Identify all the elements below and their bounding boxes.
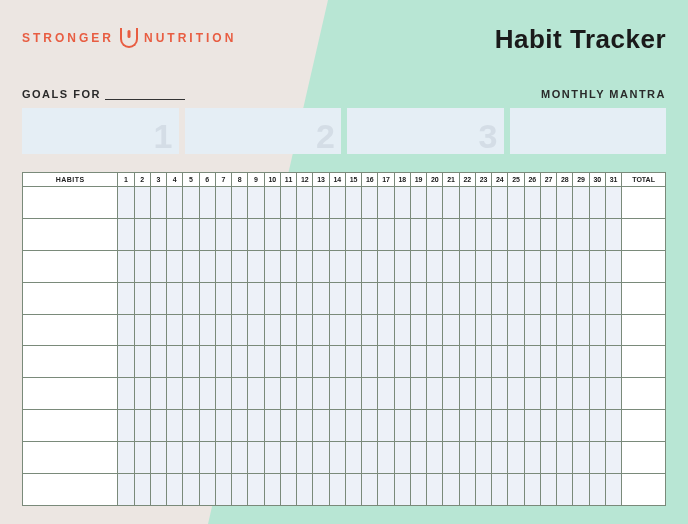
day-cell[interactable] <box>167 442 183 474</box>
day-cell[interactable] <box>589 474 605 506</box>
day-cell[interactable] <box>475 187 491 219</box>
day-cell[interactable] <box>329 250 345 282</box>
day-cell[interactable] <box>345 410 361 442</box>
day-cell[interactable] <box>427 314 443 346</box>
day-cell[interactable] <box>199 378 215 410</box>
day-cell[interactable] <box>167 218 183 250</box>
day-cell[interactable] <box>362 474 378 506</box>
total-cell[interactable] <box>622 442 666 474</box>
day-cell[interactable] <box>329 314 345 346</box>
day-cell[interactable] <box>248 314 264 346</box>
day-cell[interactable] <box>573 442 589 474</box>
day-cell[interactable] <box>167 410 183 442</box>
day-cell[interactable] <box>167 474 183 506</box>
day-cell[interactable] <box>459 282 475 314</box>
day-cell[interactable] <box>540 218 556 250</box>
goal-box-2[interactable]: 2 <box>185 108 342 154</box>
day-cell[interactable] <box>378 250 394 282</box>
day-cell[interactable] <box>394 187 410 219</box>
day-cell[interactable] <box>248 346 264 378</box>
day-cell[interactable] <box>280 378 296 410</box>
day-cell[interactable] <box>232 346 248 378</box>
day-cell[interactable] <box>394 474 410 506</box>
day-cell[interactable] <box>215 187 231 219</box>
day-cell[interactable] <box>183 378 199 410</box>
day-cell[interactable] <box>150 218 166 250</box>
day-cell[interactable] <box>443 346 459 378</box>
day-cell[interactable] <box>524 218 540 250</box>
day-cell[interactable] <box>118 474 134 506</box>
day-cell[interactable] <box>183 187 199 219</box>
day-cell[interactable] <box>605 474 621 506</box>
day-cell[interactable] <box>183 218 199 250</box>
day-cell[interactable] <box>280 314 296 346</box>
day-cell[interactable] <box>248 442 264 474</box>
day-cell[interactable] <box>508 474 524 506</box>
day-cell[interactable] <box>557 314 573 346</box>
day-cell[interactable] <box>378 218 394 250</box>
day-cell[interactable] <box>573 187 589 219</box>
day-cell[interactable] <box>362 442 378 474</box>
day-cell[interactable] <box>215 442 231 474</box>
day-cell[interactable] <box>427 282 443 314</box>
day-cell[interactable] <box>280 346 296 378</box>
goal-box-3[interactable]: 3 <box>347 108 504 154</box>
day-cell[interactable] <box>573 346 589 378</box>
day-cell[interactable] <box>443 282 459 314</box>
day-cell[interactable] <box>475 474 491 506</box>
day-cell[interactable] <box>183 442 199 474</box>
day-cell[interactable] <box>427 250 443 282</box>
day-cell[interactable] <box>215 378 231 410</box>
day-cell[interactable] <box>232 250 248 282</box>
day-cell[interactable] <box>297 218 313 250</box>
day-cell[interactable] <box>248 282 264 314</box>
day-cell[interactable] <box>150 410 166 442</box>
day-cell[interactable] <box>313 410 329 442</box>
day-cell[interactable] <box>313 218 329 250</box>
day-cell[interactable] <box>199 346 215 378</box>
day-cell[interactable] <box>215 314 231 346</box>
day-cell[interactable] <box>345 250 361 282</box>
day-cell[interactable] <box>492 474 508 506</box>
day-cell[interactable] <box>508 346 524 378</box>
day-cell[interactable] <box>443 218 459 250</box>
day-cell[interactable] <box>378 282 394 314</box>
day-cell[interactable] <box>557 250 573 282</box>
day-cell[interactable] <box>557 442 573 474</box>
day-cell[interactable] <box>573 250 589 282</box>
day-cell[interactable] <box>199 218 215 250</box>
day-cell[interactable] <box>313 187 329 219</box>
day-cell[interactable] <box>443 474 459 506</box>
day-cell[interactable] <box>215 346 231 378</box>
day-cell[interactable] <box>362 218 378 250</box>
day-cell[interactable] <box>118 410 134 442</box>
day-cell[interactable] <box>167 378 183 410</box>
day-cell[interactable] <box>557 378 573 410</box>
day-cell[interactable] <box>378 187 394 219</box>
day-cell[interactable] <box>167 250 183 282</box>
day-cell[interactable] <box>410 442 426 474</box>
day-cell[interactable] <box>540 442 556 474</box>
day-cell[interactable] <box>589 282 605 314</box>
day-cell[interactable] <box>475 410 491 442</box>
total-cell[interactable] <box>622 410 666 442</box>
day-cell[interactable] <box>410 314 426 346</box>
day-cell[interactable] <box>508 250 524 282</box>
day-cell[interactable] <box>232 314 248 346</box>
day-cell[interactable] <box>297 282 313 314</box>
day-cell[interactable] <box>605 187 621 219</box>
day-cell[interactable] <box>199 410 215 442</box>
day-cell[interactable] <box>134 282 150 314</box>
day-cell[interactable] <box>573 378 589 410</box>
day-cell[interactable] <box>508 314 524 346</box>
day-cell[interactable] <box>297 410 313 442</box>
day-cell[interactable] <box>475 282 491 314</box>
day-cell[interactable] <box>329 218 345 250</box>
day-cell[interactable] <box>199 474 215 506</box>
day-cell[interactable] <box>264 282 280 314</box>
day-cell[interactable] <box>362 282 378 314</box>
day-cell[interactable] <box>410 410 426 442</box>
day-cell[interactable] <box>199 282 215 314</box>
day-cell[interactable] <box>183 410 199 442</box>
day-cell[interactable] <box>118 250 134 282</box>
